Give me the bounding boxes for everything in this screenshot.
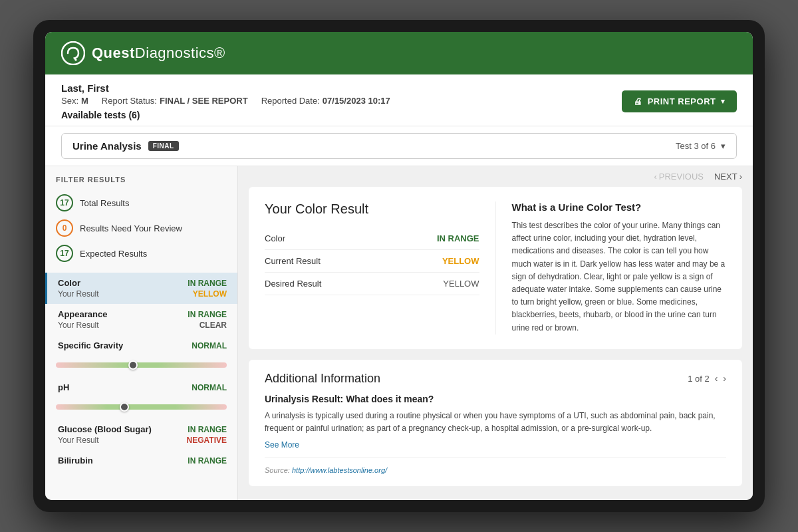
table-row: Color IN RANGE <box>265 227 479 250</box>
filter-review-label: Results Need Your Review <box>80 223 182 233</box>
filter-expected-results[interactable]: 17 Expected Results <box>45 241 237 266</box>
sidebar-sg-gauge <box>45 356 237 377</box>
sidebar: FILTER RESULTS 17 Total Results 0 Result… <box>45 166 238 500</box>
printer-icon: 🖨 <box>634 96 643 106</box>
quest-logo-icon <box>61 41 85 65</box>
sidebar-bilirubin-name: Bilirubin IN RANGE <box>58 456 227 466</box>
pagination-next-button[interactable]: › <box>723 373 726 384</box>
color-result-table: Color IN RANGE Current Result YELLOW Des… <box>265 227 479 295</box>
sidebar-sg-name: Specific Gravity NORMAL <box>58 340 227 350</box>
sidebar-appearance-name: Appearance IN RANGE <box>58 309 227 319</box>
pagination-prev-button[interactable]: ‹ <box>715 373 718 384</box>
sidebar-color-value: Your Result YELLOW <box>58 289 227 299</box>
pagination-count: 1 of 2 <box>688 374 710 384</box>
color-result-card: Your Color Result Color IN RANGE Current… <box>249 187 742 349</box>
additional-info-header: Additional Information 1 of 2 ‹ › <box>265 372 726 386</box>
sg-gauge-dot <box>128 360 138 370</box>
additional-info-card: Additional Information 1 of 2 ‹ › Urinal… <box>249 360 742 486</box>
browser-window: QuestDiagnostics® Last, First Sex: M Rep… <box>45 32 753 500</box>
previous-button[interactable]: ‹ PREVIOUS <box>654 172 704 182</box>
additional-title: Additional Information <box>265 372 380 386</box>
sidebar-item-color[interactable]: Color IN RANGE Your Result YELLOW <box>45 273 237 304</box>
table-row: Desired Result YELLOW <box>265 273 479 295</box>
available-tests: Available tests (6) <box>61 106 390 120</box>
filter-review-results[interactable]: 0 Results Need Your Review <box>45 215 237 241</box>
app-header: QuestDiagnostics® <box>45 32 753 74</box>
svg-point-1 <box>75 59 77 61</box>
pagination-controls: 1 of 2 ‹ › <box>688 373 726 384</box>
filter-title: FILTER RESULTS <box>45 176 237 190</box>
dropdown-chevron-icon: ▾ <box>721 141 726 151</box>
patient-name: Last, First <box>61 82 390 94</box>
additional-text: A urinalysis is typically used during a … <box>265 410 726 435</box>
patient-bar: Last, First Sex: M Report Status: FINAL … <box>45 74 753 126</box>
test-name: Urine Analysis FINAL <box>72 140 179 152</box>
sidebar-color-name: Color IN RANGE <box>58 278 227 288</box>
source-label: Source: <box>265 466 290 474</box>
sidebar-item-ph[interactable]: pH NORMAL <box>45 377 237 398</box>
filter-expected-label: Expected Results <box>80 249 147 259</box>
filter-total-label: Total Results <box>80 198 129 208</box>
ph-gauge-track <box>56 404 227 410</box>
date-label: Reported Date: <box>261 96 320 106</box>
print-report-button[interactable]: 🖨 PRINT REPORT ▾ <box>622 90 737 112</box>
sidebar-ph-name: pH NORMAL <box>58 382 227 392</box>
sg-gauge-track <box>56 362 227 368</box>
color-result-right: What is a Urine Color Test? This test de… <box>496 201 727 334</box>
see-more-link[interactable]: See More <box>265 440 726 450</box>
sidebar-item-glucose[interactable]: Glucose (Blood Sugar) IN RANGE Your Resu… <box>45 419 237 450</box>
color-info-text: This test describes the color of your ur… <box>512 219 727 334</box>
right-panel: ‹ PREVIOUS NEXT › Your Color Result <box>238 166 753 500</box>
date-value: 07/15/2023 10:17 <box>323 96 390 106</box>
chevron-left-icon: ‹ <box>654 172 656 182</box>
sidebar-item-bilirubin[interactable]: Bilirubin IN RANGE <box>45 450 237 471</box>
print-report-label: PRINT REPORT <box>648 96 716 106</box>
sidebar-ph-gauge <box>45 398 237 419</box>
logo-text: QuestDiagnostics® <box>92 45 225 62</box>
source-url: http://www.labtestsonline.org/ <box>292 466 387 474</box>
sex-value: M <box>81 96 88 106</box>
svg-point-0 <box>62 42 84 65</box>
sex-label: Sex: <box>61 96 78 106</box>
test-selector[interactable]: Urine Analysis FINAL Test 3 of 6 ▾ <box>61 133 737 159</box>
color-result-left: Your Color Result Color IN RANGE Current… <box>265 201 496 334</box>
sidebar-item-specific-gravity[interactable]: Specific Gravity NORMAL <box>45 335 237 356</box>
sidebar-item-appearance[interactable]: Appearance IN RANGE Your Result CLEAR <box>45 304 237 335</box>
main-content: FILTER RESULTS 17 Total Results 0 Result… <box>45 166 753 500</box>
review-badge: 0 <box>56 219 73 237</box>
color-split-layout: Your Color Result Color IN RANGE Current… <box>265 201 726 334</box>
divider <box>265 458 726 458</box>
additional-subtitle: Urinalysis Result: What does it mean? <box>265 394 726 404</box>
final-badge: FINAL <box>148 141 179 151</box>
ph-gauge-dot <box>120 402 129 412</box>
filter-total-results[interactable]: 17 Total Results <box>45 190 237 215</box>
expected-badge: 17 <box>56 245 73 262</box>
sidebar-glucose-name: Glucose (Blood Sugar) IN RANGE <box>58 424 227 434</box>
status-label: Report Status: <box>102 96 157 106</box>
total-badge: 17 <box>56 194 73 211</box>
panel-navigation: ‹ PREVIOUS NEXT › <box>238 166 753 187</box>
logo-container: QuestDiagnostics® <box>61 41 225 65</box>
sidebar-glucose-value: Your Result NEGATIVE <box>58 436 227 445</box>
color-info-title: What is a Urine Color Test? <box>512 201 727 213</box>
test-counter: Test 3 of 6 ▾ <box>676 141 726 151</box>
patient-meta: Sex: M Report Status: FINAL / SEE REPORT… <box>61 96 390 106</box>
color-card-title: Your Color Result <box>265 201 479 217</box>
chevron-right-icon: › <box>739 172 742 182</box>
patient-info: Last, First Sex: M Report Status: FINAL … <box>61 82 390 120</box>
status-value: FINAL / SEE REPORT <box>160 96 248 106</box>
table-row: Current Result YELLOW <box>265 250 479 273</box>
chevron-down-icon: ▾ <box>721 97 726 106</box>
next-button[interactable]: NEXT › <box>714 172 742 182</box>
source-text: Source: http://www.labtestsonline.org/ <box>265 466 726 474</box>
sidebar-appearance-value: Your Result CLEAR <box>58 321 227 330</box>
device-frame: QuestDiagnostics® Last, First Sex: M Rep… <box>33 20 765 512</box>
